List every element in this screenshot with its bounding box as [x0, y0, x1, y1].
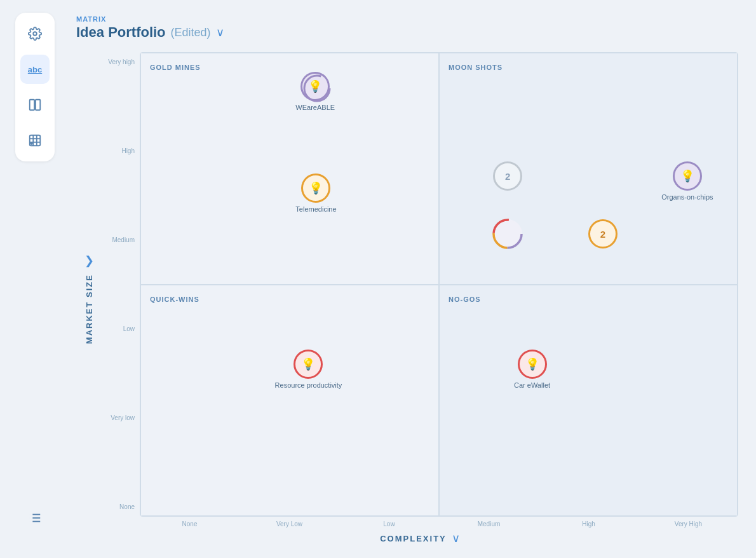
quadrant-gold-mines: GOLD MINES 💡 WEareABLE: [140, 53, 439, 285]
x-axis-dropdown[interactable]: ∨: [452, 531, 460, 545]
matrix-wrapper: ❯ MARKET SIZE Very high High Medium Low …: [76, 52, 738, 545]
careWallet-icon: 💡: [525, 357, 539, 371]
organs-label: Organs-on-chips: [661, 193, 713, 201]
text-format-button[interactable]: abc: [20, 55, 50, 84]
sidebar-bottom: [20, 503, 50, 545]
x-tick-none: None: [140, 521, 240, 527]
x-axis-label: COMPLEXITY: [380, 534, 447, 543]
group2-top-number: 2: [505, 171, 510, 182]
weareAble-ring: [302, 74, 332, 103]
quadrant-no-gos-label: NO-GOS: [449, 296, 481, 303]
y-tick-low: Low: [123, 325, 135, 332]
svg-point-0: [33, 32, 37, 36]
bubble-resource[interactable]: 💡 Resource productivity: [275, 350, 342, 389]
matrix-right: Very high High Medium Low Very low None …: [102, 52, 738, 545]
page-title: Idea Portfolio: [76, 24, 166, 41]
x-tick-low: Low: [339, 521, 439, 527]
x-tick-medium: Medium: [439, 521, 539, 527]
matrix-label: MATRIX: [76, 15, 738, 23]
careWallet-label: Car eWallet: [514, 381, 550, 389]
telemedicine-label: Telemedicine: [295, 205, 336, 213]
telemedicine-icon: 💡: [309, 181, 323, 195]
settings-button[interactable]: [20, 19, 50, 48]
quadrant-moon-shots-label: MOON SHOTS: [449, 64, 503, 71]
sidebar-panel: abc: [15, 13, 55, 161]
x-tick-veryhigh: Very High: [638, 521, 738, 527]
quadrant-moon-shots: MOON SHOTS 2 💡: [439, 53, 738, 285]
bubble-group2-top[interactable]: 2: [493, 161, 522, 191]
title-dropdown[interactable]: ∨: [216, 25, 224, 39]
page-header: MATRIX Idea Portfolio (Edited) ∨: [76, 15, 738, 41]
resource-label: Resource productivity: [275, 381, 342, 389]
y-ticks: Very high High Medium Low Very low None: [102, 52, 140, 517]
app-container: abc: [0, 0, 756, 558]
page-title-row: Idea Portfolio (Edited) ∨: [76, 24, 738, 41]
bubble-group2-mid[interactable]: 2: [588, 219, 618, 248]
group2-mid-number: 2: [600, 229, 605, 240]
y-axis-label: MARKET SIZE: [84, 274, 94, 344]
svg-rect-1: [30, 100, 34, 111]
svg-point-8: [30, 142, 32, 144]
quadrant-no-gos: NO-GOS 💡 Car eWallet: [439, 285, 738, 517]
y-axis-arrow[interactable]: ❯: [84, 254, 94, 268]
svg-point-15: [304, 76, 330, 101]
sidebar: abc: [0, 0, 70, 558]
y-tick-verylow: Very low: [111, 414, 135, 421]
bubble-organs[interactable]: 💡 Organs-on-chips: [661, 161, 713, 201]
x-axis-label-row: COMPLEXITY ∨: [102, 531, 738, 545]
quadrant-quick-wins-label: QUICK-WINS: [150, 296, 199, 303]
main-content: MATRIX Idea Portfolio (Edited) ∨ ❯ MARKE…: [70, 0, 756, 558]
list-view-button[interactable]: [20, 503, 50, 533]
y-tick-veryhigh: Very high: [108, 58, 135, 65]
bubble-careWallet[interactable]: 💡 Car eWallet: [514, 350, 550, 389]
matrix-cells: GOLD MINES 💡 WEareABLE: [140, 52, 738, 517]
x-tick-high: High: [539, 521, 638, 527]
group4-ring: [491, 217, 524, 250]
y-tick-high: High: [121, 147, 135, 154]
bubble-group4[interactable]: 4: [493, 219, 522, 248]
organs-icon: 💡: [680, 169, 694, 183]
matrix-grid-area: Very high High Medium Low Very low None …: [102, 52, 738, 517]
x-tick-verylow: Very Low: [240, 521, 339, 527]
chart-view-button[interactable]: [20, 126, 50, 155]
y-tick-none: None: [119, 503, 135, 510]
bubble-telemedicine[interactable]: 💡 Telemedicine: [295, 174, 336, 213]
edited-label: (Edited): [171, 26, 211, 39]
x-ticks: None Very Low Low Medium High Very High: [102, 517, 738, 527]
y-tick-medium: Medium: [112, 236, 135, 243]
columns-button[interactable]: [20, 90, 50, 119]
bubble-weareAble[interactable]: 💡 WEareABLE: [295, 72, 335, 111]
y-axis-container: ❯ MARKET SIZE: [76, 52, 102, 545]
resource-icon: 💡: [301, 357, 315, 371]
quadrant-quick-wins: QUICK-WINS 💡 Resource productivity: [140, 285, 439, 517]
quadrant-gold-mines-label: GOLD MINES: [150, 64, 201, 71]
svg-rect-2: [36, 100, 40, 111]
weareAble-label: WEareABLE: [295, 104, 335, 111]
